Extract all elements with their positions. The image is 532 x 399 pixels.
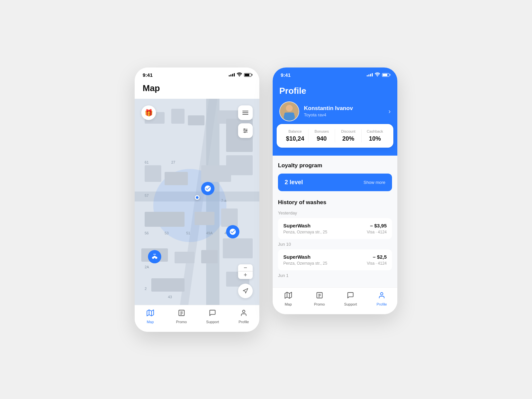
building [145,165,161,182]
loyalty-level: 2 level [285,179,303,186]
profile-header: Profile [273,80,397,131]
svg-point-16 [286,105,293,112]
my-location-button[interactable] [238,284,253,298]
menu-button[interactable] [238,105,253,120]
street-label: 49A [206,231,213,235]
stats-card: Balance $10,24 Bonuses 940 Discount 20% … [277,124,393,148]
loyalty-show-more[interactable]: Show more [363,180,385,185]
user-info: Konstantin Ivanov Toyota rav4 [279,101,353,121]
loyalty-card[interactable]: 2 level Show more [278,174,392,191]
wash-marker-3[interactable] [148,250,161,263]
street-label: 57 [145,194,149,198]
profile-nav-map[interactable]: Map [273,292,304,306]
screens-container: 9:41 Map [115,48,417,352]
wash-marker-1[interactable] [201,182,214,195]
building [145,212,185,227]
building [223,238,253,258]
street-label: 61 [145,160,149,164]
user-name: Konstantin Ivanov [304,105,353,112]
nav-support[interactable]: Support [197,309,228,324]
user-car: Toyota rav4 [304,112,353,117]
svg-point-3 [246,130,247,131]
history-date-jun10: Jun 10 [278,242,392,247]
cashback-value: 10% [362,135,388,142]
profile-signal-icon [367,73,373,76]
battery-icon [244,73,251,77]
nav-promo[interactable]: Promo [166,309,197,324]
bonuses-label: Bonuses [309,129,335,133]
profile-profile-icon [378,292,385,301]
balance-value: $10,24 [282,135,308,142]
wash-marker-2[interactable] [226,225,239,238]
discount-stat: Discount 20% [335,129,361,142]
profile-status-bar: 9:41 [273,67,397,80]
svg-rect-18 [284,112,294,115]
history-item[interactable]: SuperWash – $2,5 Penza, Ozernaya str., 2… [278,249,392,270]
profile-nav-profile-label: Profile [377,302,387,306]
building [221,208,238,227]
filter-button[interactable] [238,123,253,138]
wifi-icon [237,72,242,77]
svg-point-26 [380,292,383,295]
signal-icon [229,73,235,76]
profile-battery-icon [382,73,389,77]
map-header: Map [135,80,259,99]
discount-label: Discount [335,129,361,133]
building [165,172,188,185]
profile-wifi-icon [375,72,380,77]
profile-promo-icon [316,292,323,301]
history-payment: Visa · 4124 [367,230,387,234]
user-profile-row[interactable]: Konstantin Ivanov Toyota rav4 › [279,101,391,121]
history-payment: Visa · 4124 [367,261,387,266]
history-name: SuperWash [283,254,311,260]
svg-point-14 [242,310,245,312]
profile-map-icon [285,292,292,301]
history-name: SuperWash [283,223,311,228]
nav-map[interactable]: Map [135,309,166,324]
map-phone: 9:41 Map [135,67,259,332]
street-label: 2A [145,265,149,269]
profile-nav-promo-label: Promo [314,302,325,306]
profile-body: Loyalty program 2 level Show more Histor… [273,156,397,287]
history-section: History of washes Yesterday SuperWash – … [278,199,392,278]
nav-profile[interactable]: Profile [228,309,259,324]
nav-promo-label: Promo [176,320,187,324]
street-label: 53 [165,231,169,235]
svg-point-5 [244,132,245,133]
balance-label: Balance [282,129,308,133]
street-label: 56 [145,231,149,235]
map-icon [147,309,154,319]
gift-button[interactable]: 🎁 [141,105,156,120]
profile-nav-map-label: Map [285,302,292,306]
map-title: Map [143,83,251,93]
svg-marker-6 [243,288,248,293]
history-section-title: History of washes [278,199,392,206]
balance-stat: Balance $10,24 [282,129,308,142]
hamburger-icon [242,111,248,115]
history-address: Penza, Ozernaya str., 25 [283,230,327,234]
cashback-stat: Cashback 10% [361,129,388,142]
current-location-pin [195,195,200,200]
zoom-in-button[interactable]: + [238,272,253,279]
profile-nav-profile[interactable]: Profile [366,292,397,306]
profile-nav-promo[interactable]: Promo [304,292,335,306]
zoom-out-button[interactable]: − [238,264,253,272]
history-date-yesterday: Yesterday [278,210,392,215]
building [201,250,218,263]
profile-nav-support[interactable]: Support [335,292,366,306]
building [151,278,185,292]
svg-marker-19 [285,292,292,298]
bonuses-stat: Bonuses 940 [308,129,335,142]
profile-icon [240,309,247,319]
map-view[interactable]: 61 27 57 56 53 51 49A 49 7-a 2A 2 43 [135,99,259,305]
loyalty-section-title: Loyalty program [278,162,392,169]
map-status-bar: 9:41 [135,67,259,80]
cashback-label: Cashback [362,129,388,133]
street-label: 7-a [221,199,226,202]
history-item[interactable]: SuperWash – $3,95 Penza, Ozernaya str., … [278,218,392,239]
street-label: 27 [171,160,175,164]
building [171,109,185,124]
avatar [279,101,299,121]
profile-status-time: 9:41 [281,72,291,78]
discount-value: 20% [335,135,361,142]
